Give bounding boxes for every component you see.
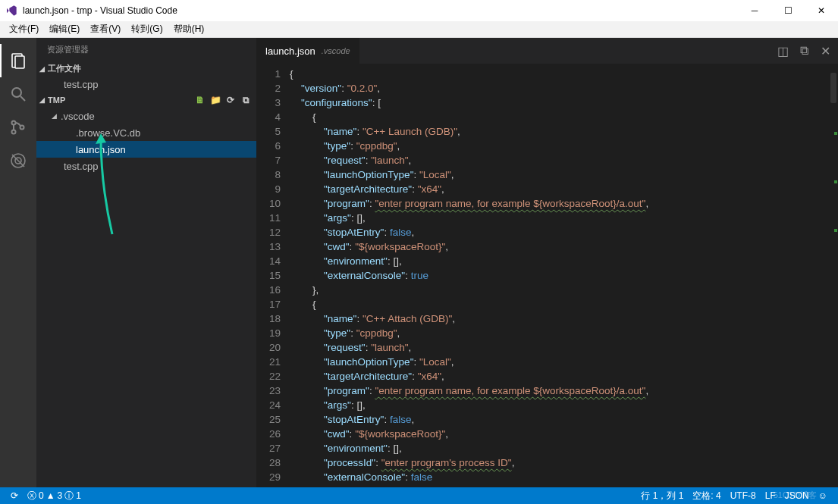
vscode-logo-icon bbox=[5, 5, 17, 17]
refresh-icon[interactable]: ⟳ bbox=[224, 94, 237, 106]
split-editor-icon[interactable]: ◫ bbox=[776, 44, 789, 58]
chevron-down-icon: ◢ bbox=[39, 65, 45, 73]
code-lines[interactable]: { "version": "0.2.0", "configurations": … bbox=[290, 64, 838, 487]
menu-view[interactable]: 查看(V) bbox=[86, 21, 125, 37]
svg-point-4 bbox=[12, 121, 16, 125]
close-button[interactable]: ✕ bbox=[805, 0, 838, 21]
activity-explorer-icon[interactable] bbox=[0, 44, 36, 77]
sidebar-title: 资源管理器 bbox=[36, 38, 256, 61]
tab-launchjson[interactable]: launch.json .vscode bbox=[256, 38, 360, 64]
svg-rect-1 bbox=[15, 56, 24, 68]
status-bar: ⟳ ⓧ0 ▲3 ⓘ1 行 1，列 1 空格: 4 UTF-8 LF JSON ☺… bbox=[0, 487, 838, 504]
window-titlebar: launch.json - tmp - Visual Studio Code ─… bbox=[0, 0, 838, 21]
tab-bar: launch.json .vscode ◫ ⧉ ✕ bbox=[256, 38, 838, 64]
editor-more-icon[interactable]: ⧉ bbox=[797, 44, 811, 58]
menu-edit[interactable]: 编辑(E) bbox=[45, 21, 84, 37]
status-problems[interactable]: ⓧ0 ▲3 ⓘ1 bbox=[23, 490, 86, 502]
tree-file-browsedb[interactable]: .browse.VC.db bbox=[36, 124, 256, 141]
warning-icon: ▲ bbox=[46, 490, 55, 501]
collapse-icon[interactable]: ⧉ bbox=[240, 94, 252, 106]
svg-line-8 bbox=[12, 155, 24, 167]
section-workfiles-label: 工作文件 bbox=[48, 63, 81, 74]
tab-label: launch.json bbox=[265, 45, 315, 57]
activity-bar bbox=[0, 38, 36, 487]
new-folder-icon[interactable]: 📁 bbox=[209, 94, 221, 106]
svg-line-3 bbox=[20, 96, 25, 101]
activity-git-icon[interactable] bbox=[0, 111, 36, 144]
chevron-down-icon: ◢ bbox=[39, 96, 45, 104]
menu-bar: 文件(F) 编辑(E) 查看(V) 转到(G) 帮助(H) bbox=[0, 21, 838, 38]
tree-file-label: test.cpp bbox=[64, 161, 99, 172]
svg-point-2 bbox=[12, 88, 21, 97]
maximize-button[interactable]: ☐ bbox=[771, 0, 805, 21]
minimize-button[interactable]: ─ bbox=[738, 0, 771, 21]
tree-folder-vscode[interactable]: ◢ .vscode bbox=[36, 108, 256, 124]
workfile-item[interactable]: test.cpp bbox=[36, 76, 256, 92]
status-cursor[interactable]: 行 1，列 1 bbox=[636, 490, 688, 502]
scrollbar-thumb[interactable] bbox=[830, 73, 836, 103]
menu-file[interactable]: 文件(F) bbox=[5, 21, 43, 37]
new-file-icon[interactable]: 🗎 bbox=[194, 94, 206, 106]
explorer-sidebar: 资源管理器 ◢ 工作文件 test.cpp ◢ TMP 🗎 📁 ⟳ ⧉ ◢ .v… bbox=[36, 38, 256, 487]
status-encoding[interactable]: UTF-8 bbox=[726, 490, 761, 501]
tree-file-testcpp[interactable]: test.cpp bbox=[36, 158, 256, 174]
info-icon: ⓘ bbox=[64, 490, 74, 502]
tree-folder-label: .vscode bbox=[61, 111, 95, 122]
svg-point-5 bbox=[12, 130, 16, 134]
line-gutter: 1234567891011121314151617181920212223242… bbox=[256, 64, 290, 487]
activity-debug-icon[interactable] bbox=[0, 144, 36, 177]
tree-file-label: .browse.VC.db bbox=[76, 127, 140, 139]
section-workfiles[interactable]: ◢ 工作文件 bbox=[36, 61, 256, 76]
watermark: 51CTO博客 bbox=[774, 490, 817, 501]
activity-search-icon[interactable] bbox=[0, 77, 36, 111]
section-folder-label: TMP bbox=[48, 95, 65, 105]
editor-area: launch.json .vscode ◫ ⧉ ✕ 12345678910111… bbox=[256, 38, 838, 487]
tab-close-icon[interactable]: ✕ bbox=[818, 44, 832, 58]
tab-path: .vscode bbox=[322, 46, 350, 55]
code-editor[interactable]: 1234567891011121314151617181920212223242… bbox=[256, 64, 838, 487]
minimap-markers bbox=[834, 132, 837, 277]
status-sync-icon[interactable]: ⟳ bbox=[6, 490, 23, 501]
menu-goto[interactable]: 转到(G) bbox=[127, 21, 167, 37]
window-title: launch.json - tmp - Visual Studio Code bbox=[23, 5, 738, 16]
tree-file-label: launch.json bbox=[76, 144, 126, 155]
menu-help[interactable]: 帮助(H) bbox=[169, 21, 209, 37]
chevron-down-icon: ◢ bbox=[52, 112, 61, 120]
tree-file-launchjson[interactable]: launch.json bbox=[36, 141, 256, 158]
svg-point-6 bbox=[20, 126, 24, 130]
status-spaces[interactable]: 空格: 4 bbox=[688, 490, 725, 502]
section-folder[interactable]: ◢ TMP 🗎 📁 ⟳ ⧉ bbox=[36, 92, 256, 108]
error-icon: ⓧ bbox=[27, 490, 36, 502]
workfile-label: test.cpp bbox=[64, 79, 99, 90]
